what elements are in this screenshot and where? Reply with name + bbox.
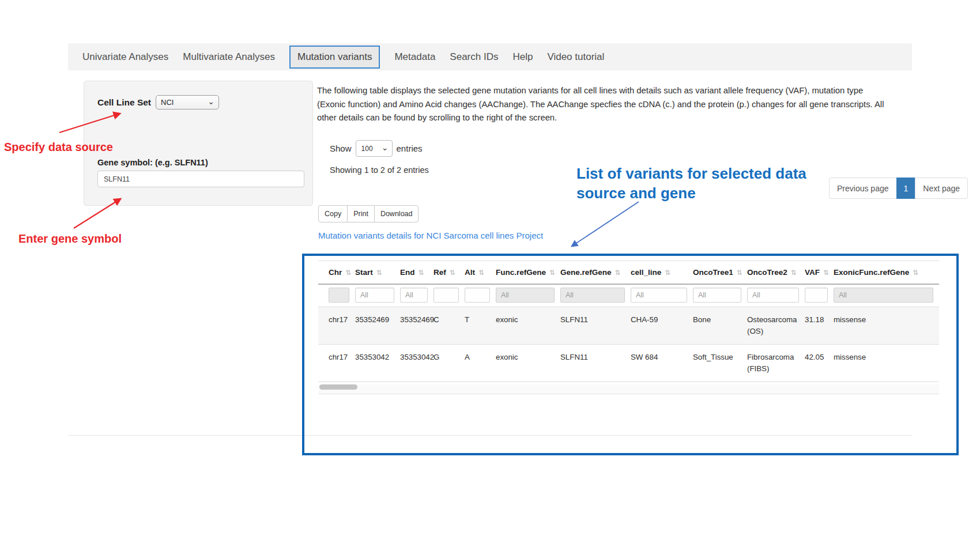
next-page-button[interactable]: Next page [915, 178, 968, 199]
print-button[interactable]: Print [347, 205, 375, 222]
cell: chr17 [318, 345, 355, 382]
cell-line-set-value: NCI [161, 98, 174, 107]
column-header-cell-line[interactable]: cell_line⇅ [631, 261, 693, 285]
annotation-enter-gene-symbol: Enter gene symbol [18, 232, 122, 246]
sort-icon[interactable]: ⇅ [450, 269, 455, 277]
cell: T [465, 307, 496, 345]
filter-input-func-refgene[interactable] [496, 288, 555, 303]
horizontal-scrollbar-thumb[interactable] [319, 384, 357, 390]
sort-icon[interactable]: ⇅ [549, 269, 555, 277]
cell: 35352469 [400, 307, 434, 345]
cell: exonic [496, 345, 560, 382]
current-page-button[interactable]: 1 [896, 178, 916, 199]
entries-length-value: 100 [361, 145, 373, 153]
filter-input-ref[interactable] [434, 288, 459, 303]
column-header-oncotree1[interactable]: OncoTree1⇅ [693, 261, 747, 285]
cell-line-set-select[interactable]: NCI ⌄ [156, 95, 219, 110]
cell: A [465, 345, 496, 382]
filter-row [318, 284, 939, 307]
sort-icon[interactable]: ⇅ [478, 269, 484, 277]
cell: exonic [496, 307, 560, 345]
filter-input-cell-line[interactable] [631, 288, 687, 303]
cell: CHA-59 [631, 307, 693, 345]
sort-icon[interactable]: ⇅ [737, 269, 742, 277]
column-header-func-refgene[interactable]: Func.refGene⇅ [496, 261, 560, 285]
tab-video-tutorial[interactable]: Video tutorial [547, 51, 604, 63]
annotation-line-2: source and gene [576, 183, 830, 203]
column-header-vaf[interactable]: VAF⇅ [805, 261, 834, 285]
sort-icon[interactable]: ⇅ [615, 269, 620, 277]
sort-icon[interactable]: ⇅ [419, 269, 424, 277]
column-header-oncotree2[interactable]: OncoTree2⇅ [747, 261, 805, 285]
previous-page-button[interactable]: Previous page [829, 178, 897, 199]
filter-input-gene-refgene[interactable] [560, 288, 625, 303]
filter-input-oncotree2[interactable] [747, 288, 799, 303]
pagination: Previous page 1 Next page [829, 178, 968, 199]
sort-icon[interactable]: ⇅ [791, 269, 796, 277]
column-header-ref[interactable]: Ref⇅ [434, 261, 465, 285]
sort-icon[interactable]: ⇅ [823, 269, 828, 277]
tab-help[interactable]: Help [512, 51, 533, 63]
tab-search-ids[interactable]: Search IDs [450, 51, 498, 63]
cell: 35352469 [355, 307, 400, 345]
cell: G [434, 345, 465, 382]
cell: SLFN11 [560, 307, 631, 345]
filter-input-chr[interactable] [329, 288, 349, 303]
cell: SW 684 [631, 345, 693, 382]
cell: missense [834, 345, 939, 382]
cell: Osteosarcoma (OS) [747, 307, 805, 345]
cell: 31.18 [805, 307, 834, 345]
filter-input-start[interactable] [355, 288, 394, 303]
filter-input-oncotree1[interactable] [693, 288, 741, 303]
input-panel: Cell Line Set NCI ⌄ Gene symbol: (e.g. S… [84, 81, 313, 206]
column-header-start[interactable]: Start⇅ [355, 261, 400, 285]
annotation-line-1: List of variants for selected data [576, 164, 830, 183]
copy-button[interactable]: Copy [318, 205, 348, 222]
show-entries-row: Show 100 ⌄ entries [330, 140, 423, 157]
cell: missense [834, 307, 939, 345]
export-button-group: Copy Print Download [318, 205, 419, 222]
column-header-chr[interactable]: Chr⇅ [318, 261, 355, 285]
tab-mutation-variants[interactable]: Mutation variants [289, 46, 380, 69]
cell: Bone [693, 307, 747, 345]
cell-line-set-label: Cell Line Set [97, 97, 151, 108]
horizontal-scrollbar-track [318, 384, 939, 394]
column-header-alt[interactable]: Alt⇅ [465, 261, 496, 285]
filter-input-exonicfunc-refgene[interactable] [834, 288, 933, 303]
sort-icon[interactable]: ⇅ [913, 269, 918, 277]
download-button[interactable]: Download [374, 205, 419, 222]
sort-icon[interactable]: ⇅ [345, 269, 350, 277]
tab-metadata[interactable]: Metadata [394, 51, 435, 63]
table-caption: Mutation variants details for NCI Sarcom… [318, 231, 543, 240]
sort-icon[interactable]: ⇅ [376, 269, 382, 277]
gene-symbol-input[interactable] [97, 171, 304, 187]
column-header-end[interactable]: End⇅ [400, 261, 434, 285]
filter-input-end[interactable] [400, 288, 428, 303]
list-of-variants-arrow [572, 202, 639, 246]
top-navbar: Univariate Analyses Multivariate Analyse… [68, 43, 912, 70]
tab-multivariate-analyses[interactable]: Multivariate Analyses [183, 51, 275, 63]
table-row: chr17 35353042 35353042 G A exonic SLFN1… [318, 345, 939, 382]
gene-symbol-label: Gene symbol: (e.g. SLFN11) [97, 158, 208, 167]
header-row: Chr⇅ Start⇅ End⇅ Ref⇅ Alt⇅ Func.refGene⇅… [318, 261, 939, 285]
cell: Soft_Tissue [693, 345, 747, 382]
column-header-exonicfunc-refgene[interactable]: ExonicFunc.refGene⇅ [834, 261, 939, 285]
table-row: chr17 35352469 35352469 C T exonic SLFN1… [318, 307, 939, 345]
variants-table-box: Chr⇅ Start⇅ End⇅ Ref⇅ Alt⇅ Func.refGene⇅… [302, 254, 959, 455]
filter-input-alt[interactable] [465, 288, 490, 303]
filter-input-vaf[interactable] [805, 288, 828, 303]
showing-entries-status: Showing 1 to 2 of 2 entries [330, 165, 429, 175]
cell: C [434, 307, 465, 345]
sort-icon[interactable]: ⇅ [665, 269, 670, 277]
cell: 35353042 [400, 345, 434, 382]
annotation-list-of-variants: List of variants for selected data sourc… [576, 164, 830, 203]
cell: Fibrosarcoma (FIBS) [747, 345, 805, 382]
cell: 35353042 [355, 345, 400, 382]
cell: SLFN11 [560, 345, 631, 382]
show-label: Show [330, 144, 352, 153]
entries-length-select[interactable]: 100 ⌄ [356, 140, 393, 157]
tab-univariate-analyses[interactable]: Univariate Analyses [82, 51, 168, 63]
table-description: The following table displays the selecte… [317, 84, 889, 125]
cell: chr17 [318, 307, 355, 345]
column-header-gene-refgene[interactable]: Gene.refGene⇅ [560, 261, 631, 285]
